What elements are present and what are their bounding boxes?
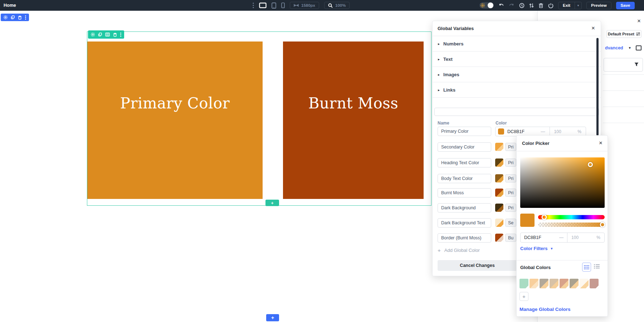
color-chip[interactable]: Pri bbox=[495, 158, 516, 167]
color-ref-pill: Pri bbox=[505, 204, 516, 212]
settings-filter-field[interactable] bbox=[604, 58, 643, 72]
panel-header: Global Variables × bbox=[433, 21, 601, 36]
trash-icon[interactable] bbox=[113, 33, 117, 37]
divider bbox=[603, 74, 644, 75]
global-color-swatch[interactable] bbox=[540, 279, 548, 288]
sort-layers-icon[interactable] bbox=[529, 3, 534, 8]
trash-icon[interactable] bbox=[18, 15, 22, 20]
variable-name-input[interactable] bbox=[438, 188, 491, 197]
add-section-button[interactable]: + bbox=[266, 314, 279, 321]
hue-slider[interactable] bbox=[538, 215, 605, 219]
table-row: DC8B1F — 100 % bbox=[433, 127, 601, 136]
desktop-view-icon[interactable] bbox=[259, 3, 267, 8]
canvas-width-input[interactable]: 1580px bbox=[290, 2, 319, 9]
variable-name-input[interactable] bbox=[438, 203, 491, 213]
exit-dropdown-caret[interactable]: ▾ bbox=[575, 2, 581, 9]
section-links[interactable]: ▸ Links bbox=[433, 82, 601, 98]
zoom-level-input[interactable]: 100% bbox=[324, 2, 350, 9]
saturation-brightness-area[interactable] bbox=[520, 157, 605, 208]
gear-icon[interactable] bbox=[91, 33, 95, 36]
add-global-color-button[interactable]: + Add Global Color bbox=[438, 247, 480, 253]
variable-name-input[interactable] bbox=[438, 127, 491, 136]
trash-icon[interactable] bbox=[538, 3, 543, 8]
phone-view-icon[interactable] bbox=[281, 3, 285, 8]
color-chip[interactable]: Bu bbox=[495, 234, 516, 242]
variable-name-input[interactable] bbox=[438, 174, 491, 183]
color-chip[interactable]: Pri bbox=[495, 174, 516, 182]
add-swatch-button[interactable]: + bbox=[519, 292, 528, 301]
global-color-swatch[interactable] bbox=[590, 279, 599, 288]
duplicate-icon[interactable] bbox=[98, 33, 102, 36]
color-chip[interactable]: Pri bbox=[495, 189, 516, 197]
color-picker-panel: Color Picker × DC8B1F — 100 % Color Filt… bbox=[516, 135, 608, 317]
new-variable-input[interactable] bbox=[434, 108, 599, 116]
opacity-slider[interactable] bbox=[538, 223, 605, 227]
divider bbox=[550, 127, 550, 136]
duplicate-icon[interactable] bbox=[11, 15, 15, 19]
redo-icon[interactable] bbox=[509, 3, 514, 8]
hue-slider-handle[interactable] bbox=[542, 215, 547, 220]
variable-name-input[interactable] bbox=[438, 218, 491, 228]
default-preset-button[interactable]: Default Preset bbox=[606, 30, 641, 38]
advanced-tab[interactable]: dvanced ▼ bbox=[605, 45, 641, 51]
more-options-icon[interactable] bbox=[120, 33, 121, 37]
add-row-button[interactable]: + bbox=[265, 200, 279, 206]
color-swatch bbox=[495, 234, 503, 242]
color-chip[interactable]: Se bbox=[495, 219, 516, 227]
width-icon bbox=[294, 4, 299, 7]
global-color-swatch[interactable] bbox=[530, 279, 538, 288]
section-numbers[interactable]: ▸ Numbers bbox=[433, 36, 601, 52]
desktop-view-icon[interactable] bbox=[636, 45, 641, 50]
save-button[interactable]: Save bbox=[616, 2, 635, 9]
global-color-swatch[interactable] bbox=[570, 279, 579, 288]
variable-name-input[interactable] bbox=[438, 233, 491, 243]
gear-icon[interactable] bbox=[4, 15, 8, 19]
cancel-changes-button[interactable]: Cancel Changes bbox=[438, 260, 517, 271]
divider bbox=[517, 260, 608, 260]
section-images[interactable]: ▸ Images bbox=[433, 67, 601, 82]
page-section[interactable]: Primary Color Burnt Moss bbox=[87, 31, 431, 206]
columns-icon[interactable] bbox=[105, 33, 110, 36]
color-selector-handle[interactable] bbox=[588, 162, 593, 167]
global-color-swatch[interactable] bbox=[550, 279, 558, 288]
global-color-swatch[interactable] bbox=[560, 279, 569, 288]
preview-button[interactable]: Preview bbox=[586, 2, 611, 9]
variable-name-input[interactable] bbox=[438, 158, 491, 167]
toggle-knob bbox=[488, 3, 493, 8]
undo-icon[interactable] bbox=[498, 3, 504, 8]
tablet-view-icon[interactable] bbox=[272, 3, 276, 9]
color-value-field[interactable]: DC8B1F — 100 % bbox=[495, 127, 586, 136]
color-chip[interactable]: Pri bbox=[495, 204, 516, 212]
opacity-slider-handle[interactable] bbox=[600, 222, 605, 228]
more-options-icon[interactable] bbox=[253, 3, 254, 8]
primary-color-swatch[interactable]: Primary Color bbox=[87, 42, 263, 199]
global-color-swatch[interactable] bbox=[519, 279, 528, 288]
color-chip[interactable]: Pri bbox=[495, 143, 516, 151]
exit-button[interactable]: Exit ▾ bbox=[558, 2, 582, 9]
exit-label: Exit bbox=[558, 3, 575, 8]
section-text[interactable]: ▸ Text bbox=[433, 52, 601, 67]
divider bbox=[603, 123, 644, 123]
history-icon[interactable] bbox=[519, 3, 525, 8]
scrollbar[interactable] bbox=[596, 38, 599, 136]
close-icon[interactable]: × bbox=[599, 140, 602, 146]
chevron-down-icon[interactable]: ▼ bbox=[628, 46, 631, 50]
power-icon[interactable] bbox=[548, 3, 553, 8]
variable-name-input[interactable] bbox=[438, 142, 491, 152]
filter-funnel-icon[interactable] bbox=[634, 62, 639, 67]
burnt-moss-swatch[interactable]: Burnt Moss bbox=[283, 42, 424, 199]
chevron-down-icon: ▼ bbox=[550, 247, 553, 250]
color-ref-pill: Pri bbox=[505, 189, 516, 197]
manage-global-colors-link[interactable]: Manage Global Colors bbox=[519, 307, 571, 312]
close-icon[interactable]: × bbox=[637, 18, 641, 24]
more-options-icon[interactable] bbox=[25, 15, 26, 20]
global-color-swatch[interactable] bbox=[580, 279, 589, 288]
close-icon[interactable]: × bbox=[591, 25, 595, 31]
dash: — bbox=[541, 129, 545, 134]
builder-mode-toggle[interactable] bbox=[479, 2, 494, 9]
global-colors-label: Global Colors bbox=[520, 265, 551, 270]
hex-opacity-field[interactable]: DC8B1F — 100 % bbox=[520, 233, 605, 243]
list-view-button[interactable] bbox=[594, 264, 600, 269]
color-filters-toggle[interactable]: Color Filters ▼ bbox=[520, 246, 553, 251]
grid-view-button[interactable] bbox=[582, 263, 591, 272]
